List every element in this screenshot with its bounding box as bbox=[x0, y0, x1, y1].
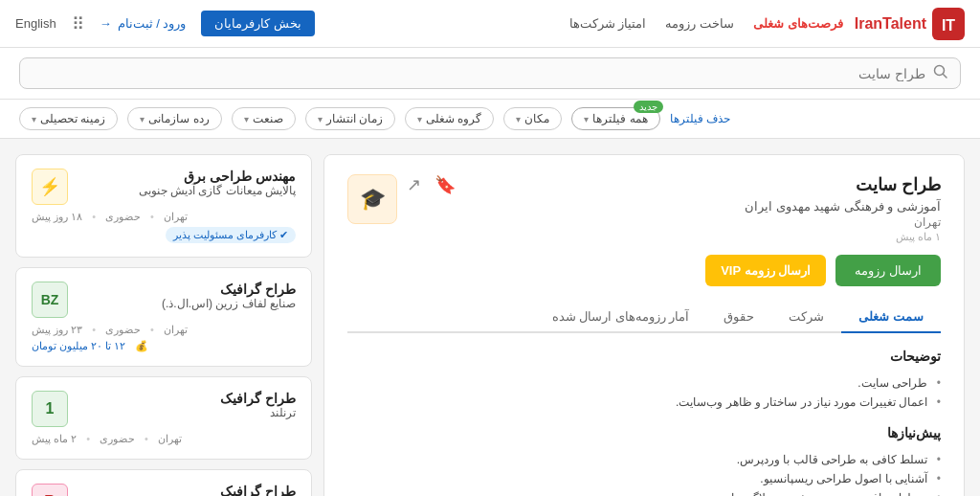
job-detail-time: ۱ ماه پیش bbox=[745, 231, 941, 243]
job-card-company: ترنلند bbox=[220, 406, 296, 419]
chevron-down-icon: ▾ bbox=[516, 114, 521, 124]
all-filters-label: همه فیلترها bbox=[592, 112, 647, 125]
header: IT IranTalent فرصت‌های شغلی ساخت رزومه ا… bbox=[0, 0, 980, 48]
job-card[interactable]: طراح گرافیک ابزار رونیکس R bbox=[15, 469, 312, 496]
job-actions: ارسال رزومه ارسال رزومه VIP bbox=[347, 255, 941, 286]
filter-org-level-label: رده سازمانی bbox=[148, 112, 209, 125]
apps-icon[interactable]: ⠿ bbox=[72, 13, 84, 34]
job-card[interactable]: طراح گرافیک ترنلند 1 تهران • حضوری • ۲ م… bbox=[15, 376, 312, 460]
chevron-down-icon: ▾ bbox=[584, 114, 589, 124]
job-card-info: طراح گرافیک ترنلند bbox=[220, 391, 296, 419]
job-card-info: طراح گرافیک صنایع لفاف زرین (اس.ال.ذ.) bbox=[162, 282, 296, 310]
nav-jobs[interactable]: فرصت‌های شغلی bbox=[753, 16, 843, 31]
job-location: تهران bbox=[158, 433, 182, 445]
tab-company[interactable]: شرکت bbox=[771, 302, 841, 333]
login-label: ورود / ثبت‌نام bbox=[118, 16, 187, 31]
list-item: آشنایی با اصول طراحی ریسپانسیو. bbox=[347, 469, 941, 488]
job-card[interactable]: مهندس طراحی برق پالایش میعانات گازی آدیش… bbox=[15, 154, 312, 258]
filter-org-level[interactable]: رده سازمانی ▾ bbox=[127, 107, 221, 130]
job-salary: 💰 ۱۲ تا ۲۰ میلیون تومان bbox=[32, 340, 296, 352]
salary-icon: 💰 bbox=[135, 340, 148, 352]
job-presence: حضوری bbox=[105, 324, 141, 336]
job-card-info: طراح گرافیک ابزار رونیکس bbox=[220, 484, 296, 496]
job-card-header: طراح گرافیک صنایع لفاف زرین (اس.ال.ذ.) B… bbox=[32, 282, 296, 318]
job-time: ۲ ماه پیش bbox=[32, 433, 77, 445]
job-requirements-section: پیش‌نیازها تسلط کافی به طراحی قالب با ور… bbox=[347, 425, 941, 496]
description-list: طراحی سایت. اعمال تغییرات مورد نیاز در س… bbox=[347, 373, 941, 412]
filter-location-label: مکان bbox=[524, 112, 549, 125]
job-card-meta: تهران • حضوری • ۱۸ روز پیش bbox=[32, 211, 296, 223]
clear-filters-button[interactable]: حذف فیلترها bbox=[670, 112, 730, 125]
list-item: تسلط کافی به طراحی قالب با وردپرس. bbox=[347, 450, 941, 469]
job-card-title: مهندس طراحی برق bbox=[139, 169, 296, 184]
requirements-title: پیش‌نیازها bbox=[347, 425, 941, 440]
send-resume-vip-button[interactable]: ارسال رزومه VIP bbox=[705, 255, 826, 286]
job-card-company: پالایش میعانات گازی آدیش جنوبی bbox=[139, 184, 296, 197]
job-presence: حضوری bbox=[100, 433, 135, 445]
chevron-down-icon: ▾ bbox=[32, 114, 36, 124]
job-presence: حضوری bbox=[105, 211, 141, 223]
job-detail-title: طراح سایت bbox=[745, 174, 941, 195]
all-filters-button[interactable]: جدید همه فیلترها ▾ bbox=[571, 107, 659, 130]
employer-button[interactable]: بخش کارفرمایان bbox=[201, 11, 315, 36]
filter-publish-time[interactable]: زمان انتشار ▾ bbox=[305, 107, 395, 130]
job-card-header: طراح گرافیک ترنلند 1 bbox=[32, 391, 296, 427]
job-card[interactable]: طراح گرافیک صنایع لفاف زرین (اس.ال.ذ.) B… bbox=[15, 267, 312, 367]
job-time: ۲۳ روز پیش bbox=[32, 324, 82, 336]
job-card-logo: 1 bbox=[32, 391, 68, 427]
svg-text:IT: IT bbox=[942, 17, 955, 34]
job-card-logo: R bbox=[32, 484, 68, 496]
job-description-section: توضیحات طراحی سایت. اعمال تغییرات مورد ن… bbox=[347, 349, 941, 412]
send-resume-button[interactable]: ارسال رزومه bbox=[835, 255, 941, 286]
job-detail-panel: طراح سایت آموزشی و فرهنگی شهید مهدوی ایر… bbox=[323, 154, 965, 496]
job-location: تهران bbox=[164, 324, 188, 336]
chevron-down-icon: ▾ bbox=[417, 114, 422, 124]
language-selector[interactable]: English bbox=[15, 16, 56, 31]
filter-location[interactable]: مکان ▾ bbox=[503, 107, 562, 130]
requirements-list: تسلط کافی به طراحی قالب با وردپرس. آشنای… bbox=[347, 450, 941, 496]
header-right: IT IranTalent فرصت‌های شغلی ساخت رزومه ا… bbox=[569, 8, 965, 40]
new-badge: جدید bbox=[634, 101, 663, 113]
share-icon[interactable]: ↗ bbox=[407, 174, 421, 195]
search-section bbox=[0, 48, 980, 100]
job-card-logo: BZ bbox=[32, 282, 68, 318]
job-card-title: طراح گرافیک bbox=[220, 391, 296, 406]
description-title: توضیحات bbox=[347, 349, 941, 364]
header-left: بخش کارفرمایان ورود / ثبت‌نام → ⠿ Englis… bbox=[15, 11, 315, 36]
tab-resume-stats[interactable]: آمار رزومه‌های ارسال شده bbox=[535, 302, 707, 333]
bookmark-icon[interactable]: 🔖 bbox=[434, 174, 456, 195]
search-icon bbox=[933, 64, 948, 82]
tab-job-position[interactable]: سمت شغلی bbox=[841, 302, 941, 333]
logo-icon: IT bbox=[932, 8, 965, 40]
chevron-down-icon: ▾ bbox=[140, 114, 145, 124]
login-button[interactable]: ورود / ثبت‌نام → bbox=[100, 16, 187, 31]
job-card-info: مهندس طراحی برق پالایش میعانات گازی آدیش… bbox=[139, 169, 296, 197]
search-wrap bbox=[19, 57, 961, 89]
filter-industry[interactable]: صنعت ▾ bbox=[232, 107, 296, 130]
job-detail-location: تهران bbox=[745, 215, 941, 229]
job-card-title: طراح گرافیک bbox=[220, 484, 296, 496]
badge-icon: ✔ bbox=[279, 229, 288, 240]
job-card-meta: تهران • حضوری • ۲۳ روز پیش bbox=[32, 324, 296, 336]
job-location: تهران bbox=[164, 211, 188, 223]
company-logo: 🎓 bbox=[347, 174, 397, 224]
job-detail-company: آموزشی و فرهنگی شهید مهدوی ایران bbox=[745, 199, 941, 214]
filter-job-group[interactable]: گروه شغلی ▾ bbox=[405, 107, 494, 130]
list-item: اعمال تغییرات مورد نیاز در ساختار و ظاهر… bbox=[347, 393, 941, 412]
login-icon: → bbox=[100, 16, 112, 31]
filter-industry-label: صنعت bbox=[253, 112, 283, 125]
logo-text: IranTalent bbox=[855, 15, 926, 33]
nav-resume-builder[interactable]: ساخت رزومه bbox=[665, 16, 734, 31]
filter-publish-time-label: زمان انتشار bbox=[326, 112, 383, 125]
responsibility-badge: ✔ کارفرمای مسئولیت پذیر bbox=[166, 227, 296, 243]
svg-line-3 bbox=[944, 75, 947, 79]
search-input[interactable] bbox=[32, 66, 925, 81]
filter-education[interactable]: زمینه تحصیلی ▾ bbox=[19, 107, 118, 130]
nav-company-rating[interactable]: امتیاز شرکت‌ها bbox=[569, 16, 647, 31]
job-card-header: مهندس طراحی برق پالایش میعانات گازی آدیش… bbox=[32, 169, 296, 205]
chevron-down-icon: ▾ bbox=[244, 114, 249, 124]
filter-education-label: زمینه تحصیلی bbox=[40, 112, 105, 125]
logo[interactable]: IT IranTalent bbox=[855, 8, 965, 40]
tab-salary[interactable]: حقوق bbox=[706, 302, 771, 333]
job-card-header: طراح گرافیک ابزار رونیکس R bbox=[32, 484, 296, 496]
